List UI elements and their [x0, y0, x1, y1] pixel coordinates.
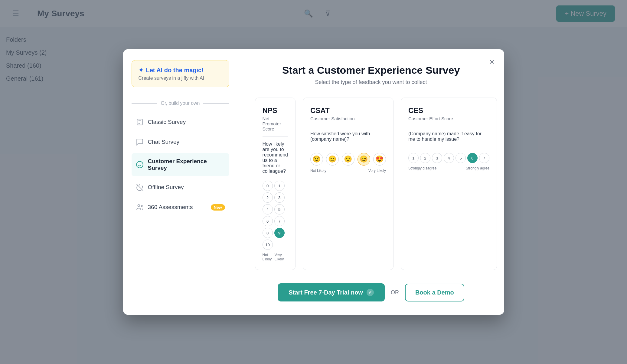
modal-container: ✦ Let AI do the magic! Create surveys in…: [123, 49, 504, 315]
csat-label-right: Very Likely: [368, 169, 386, 173]
menu-item-cx[interactable]: Customer Experience Survey: [132, 153, 229, 176]
modal-subtitle: Select the type of feedback you want to …: [255, 79, 487, 85]
360-label: 360 Assessments: [148, 204, 193, 211]
svg-point-8: [138, 205, 140, 207]
demo-button[interactable]: Book a Demo: [405, 284, 464, 301]
ces-2[interactable]: 2: [420, 153, 430, 163]
nps-3[interactable]: 3: [274, 192, 285, 203]
ces-scale: 1 2 3 4 5 6 7: [408, 153, 489, 163]
ai-card-subtitle: Create surveys in a jiffy with AI: [139, 76, 222, 81]
ces-labels: Strongly disagree Strongly agree: [408, 166, 489, 170]
nps-2[interactable]: 2: [263, 192, 273, 203]
emoji-5[interactable]: 😍: [373, 153, 386, 166]
ces-6[interactable]: 6: [467, 153, 478, 163]
csat-card[interactable]: CSAT Customer Satisfaction How satisfied…: [303, 98, 394, 270]
divider-line-left: [132, 103, 157, 104]
ces-type-label: CES: [408, 106, 489, 115]
nps-scale: 0 1 2 3 4 5 6 7 8 9 10: [263, 181, 288, 250]
menu-item-offline[interactable]: Offline Survey: [132, 179, 229, 196]
ces-4[interactable]: 4: [444, 153, 454, 163]
csat-labels: Not Likely Very Likely: [310, 169, 386, 173]
offline-survey-label: Offline Survey: [148, 184, 184, 191]
nps-10[interactable]: 10: [263, 240, 273, 250]
nps-question: How likely are you to recommend us to a …: [263, 141, 288, 174]
modal-overlay: ✦ Let AI do the magic! Create surveys in…: [0, 0, 627, 364]
modal-title: Start a Customer Experience Survey: [255, 64, 487, 76]
nps-4[interactable]: 4: [263, 204, 273, 214]
cx-survey-label: Customer Experience Survey: [148, 158, 225, 171]
ces-question: (Company name) made it easy for me to ha…: [408, 131, 489, 146]
nps-8[interactable]: 8: [263, 228, 273, 238]
nps-5[interactable]: 5: [274, 204, 285, 214]
nps-label-left: Not Likely: [263, 253, 275, 261]
ces-5[interactable]: 5: [456, 153, 466, 163]
chat-survey-label: Chat Survey: [148, 139, 180, 145]
survey-cards-row: NPS Net Promoter Score How likely are yo…: [255, 98, 487, 270]
ces-label-right: Strongly agree: [466, 166, 489, 170]
csat-question: How satisfied were you with (company nam…: [310, 131, 386, 146]
nps-0[interactable]: 0: [263, 181, 273, 191]
svg-point-4: [136, 161, 143, 168]
ces-1[interactable]: 1: [408, 153, 419, 163]
csat-label-left: Not Likely: [310, 169, 326, 173]
modal-right-panel: × Start a Customer Experience Survey Sel…: [238, 49, 504, 315]
nps-labels: Not Likely Very Likely: [263, 253, 288, 261]
ces-card[interactable]: CES Customer Effort Score (Company name)…: [401, 98, 497, 270]
emoji-1[interactable]: 😟: [310, 153, 323, 166]
new-badge: New: [211, 204, 225, 211]
divider: Or, build your own: [132, 101, 229, 106]
modal-left-panel: ✦ Let AI do the magic! Create surveys in…: [123, 49, 238, 315]
emoji-4[interactable]: 😊: [358, 153, 370, 166]
ai-card[interactable]: ✦ Let AI do the magic! Create surveys in…: [132, 60, 229, 87]
ces-7[interactable]: 7: [479, 153, 489, 163]
svg-point-9: [141, 205, 142, 207]
or-text: OR: [391, 289, 399, 296]
nps-1[interactable]: 1: [274, 181, 285, 191]
divider-text: Or, build your own: [161, 101, 200, 106]
emoji-3[interactable]: 🙂: [342, 153, 354, 166]
emoji-2[interactable]: 😐: [326, 153, 339, 166]
csat-full-name: Customer Satisfaction: [310, 116, 386, 126]
csat-emojis: 😟 😐 🙂 😊 😍: [310, 153, 386, 166]
csat-type-label: CSAT: [310, 106, 386, 115]
nps-6[interactable]: 6: [263, 216, 273, 226]
ces-label-left: Strongly disagree: [408, 166, 436, 170]
classic-survey-label: Classic Survey: [148, 119, 186, 125]
ces-3[interactable]: 3: [432, 153, 442, 163]
menu-item-360[interactable]: 360 Assessments New: [132, 198, 229, 216]
nps-full-name: Net Promoter Score: [263, 116, 288, 137]
check-icon: ✓: [367, 289, 374, 296]
ces-full-name: Customer Effort Score: [408, 116, 489, 126]
menu-item-classic[interactable]: Classic Survey: [132, 113, 229, 131]
trial-button[interactable]: Start Free 7-Day Trial now ✓: [278, 283, 385, 301]
nps-7[interactable]: 7: [274, 216, 285, 226]
ai-card-title: ✦ Let AI do the magic!: [139, 66, 222, 74]
modal-actions: Start Free 7-Day Trial now ✓ OR Book a D…: [255, 283, 487, 301]
nps-card[interactable]: NPS Net Promoter Score How likely are yo…: [255, 98, 296, 270]
nps-9[interactable]: 9: [274, 228, 285, 238]
ai-sparkle-icon: ✦: [139, 66, 144, 74]
nps-type-label: NPS: [263, 106, 288, 115]
nps-label-right: Very Likely: [275, 253, 288, 261]
close-button[interactable]: ×: [487, 55, 497, 69]
menu-item-chat[interactable]: Chat Survey: [132, 133, 229, 151]
divider-line-right: [203, 103, 229, 104]
